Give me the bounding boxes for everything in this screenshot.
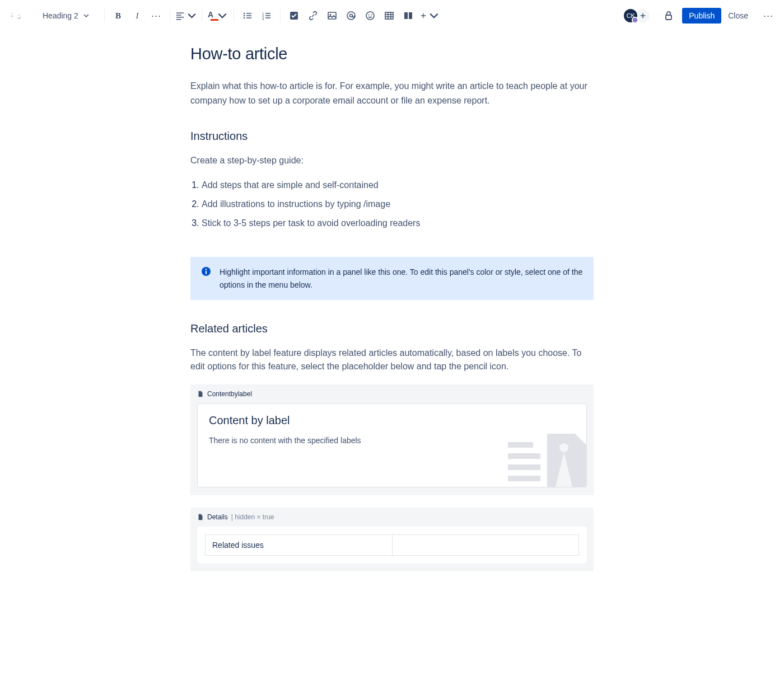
svg-rect-14	[385, 12, 393, 19]
bold-button[interactable]: B	[109, 7, 127, 25]
chevron-down-icon	[186, 10, 197, 21]
instructions-heading: Instructions	[190, 130, 594, 143]
align-left-icon	[175, 10, 185, 21]
macro-placeholder-art	[508, 425, 586, 487]
svg-rect-17	[666, 15, 671, 20]
bullet-list-icon	[242, 10, 253, 21]
user-avatar[interactable]: CK C	[623, 8, 638, 24]
instructions-list: Add steps that are simple and self-conta…	[202, 179, 594, 230]
list-item: Stick to 3-5 steps per task to avoid ove…	[202, 217, 594, 230]
macro-header: Contentbylabel	[197, 390, 587, 398]
table-row: Related issues	[206, 534, 579, 555]
chevron-down-icon	[428, 10, 440, 21]
action-item-button[interactable]	[285, 7, 303, 25]
info-icon	[200, 266, 212, 277]
table-cell-label[interactable]: Related issues	[206, 534, 393, 555]
toolbar-divider	[202, 9, 202, 22]
macro-body: Related issues	[197, 527, 587, 564]
layout-icon	[403, 10, 414, 21]
more-actions-button[interactable]: ···	[759, 7, 777, 25]
emoji-button[interactable]	[361, 7, 379, 25]
svg-rect-20	[206, 271, 207, 274]
toolbar-divider	[104, 9, 105, 22]
text-color-icon: A	[208, 10, 213, 19]
svg-rect-22	[508, 453, 540, 459]
document-icon	[197, 514, 204, 520]
instructions-lead: Create a step-by-step guide:	[190, 154, 594, 167]
text-style-label: Heading 2	[43, 11, 78, 20]
table-cell-value[interactable]	[392, 534, 579, 555]
macro-name: Contentbylabel	[207, 390, 252, 398]
svg-point-1	[244, 15, 245, 17]
numbered-list-icon: 123	[261, 10, 272, 21]
link-icon	[307, 10, 319, 21]
document-icon	[197, 391, 204, 397]
numbered-list-button[interactable]: 123	[258, 7, 276, 25]
svg-point-12	[368, 15, 370, 16]
bold-icon: B	[115, 11, 121, 21]
plus-icon	[639, 12, 647, 20]
svg-rect-23	[508, 464, 540, 470]
avatar-badge: C	[632, 17, 638, 24]
chevron-down-icon	[83, 12, 90, 19]
editor-content[interactable]: How-to article Explain what this how-to …	[179, 31, 605, 617]
align-dropdown[interactable]	[175, 7, 197, 25]
list-item: Add illustrations to instructions by typ…	[202, 198, 594, 211]
svg-point-19	[206, 269, 207, 270]
details-macro[interactable]: Details | hidden = true Related issues	[190, 508, 594, 571]
related-description: The content by label feature displays re…	[190, 346, 594, 373]
at-icon	[346, 10, 357, 21]
text-color-swatch	[211, 19, 218, 21]
confluence-logo	[7, 7, 25, 25]
insert-dropdown[interactable]	[418, 7, 441, 25]
table-icon	[384, 10, 395, 21]
layouts-button[interactable]	[399, 7, 417, 25]
toolbar-divider	[170, 9, 170, 22]
list-item: Add steps that are simple and self-conta…	[202, 179, 594, 192]
macro-header: Details | hidden = true	[197, 513, 587, 521]
svg-point-25	[559, 443, 568, 452]
italic-button[interactable]: I	[128, 7, 146, 25]
content-by-label-macro[interactable]: Contentbylabel Content by label There is…	[190, 384, 594, 495]
toolbar-divider	[234, 9, 234, 22]
svg-rect-16	[409, 12, 412, 19]
macro-body: Content by label There is no content wit…	[197, 403, 587, 487]
mention-button[interactable]	[342, 7, 360, 25]
table-button[interactable]	[380, 7, 398, 25]
svg-point-11	[366, 12, 374, 20]
image-button[interactable]	[323, 7, 341, 25]
more-formatting-button[interactable]: ···	[147, 7, 165, 25]
page-intro: Explain what this how-to article is for.…	[190, 79, 594, 107]
toolbar-divider	[280, 9, 281, 22]
more-horizontal-icon: ···	[763, 10, 773, 22]
close-button[interactable]: Close	[721, 8, 755, 24]
info-panel-text: Highlight important information in a pan…	[220, 266, 584, 291]
svg-rect-7	[328, 12, 336, 19]
svg-point-0	[244, 13, 245, 15]
text-style-dropdown[interactable]: Heading 2	[38, 9, 100, 22]
unlock-icon	[663, 10, 674, 21]
emoji-icon	[365, 10, 376, 21]
chevron-down-icon	[217, 10, 228, 21]
avatar-group: CK C	[623, 8, 651, 24]
bullet-list-button[interactable]	[239, 7, 256, 25]
image-icon	[326, 10, 338, 21]
macro-name: Details	[207, 513, 228, 521]
plus-icon	[419, 10, 427, 21]
svg-point-2	[244, 17, 245, 19]
italic-icon: I	[136, 11, 139, 21]
restrictions-button[interactable]	[660, 7, 678, 25]
page-title: How-to article	[190, 45, 594, 63]
svg-rect-21	[508, 442, 533, 448]
more-horizontal-icon: ···	[151, 10, 161, 22]
publish-button[interactable]: Publish	[682, 8, 721, 24]
svg-text:3: 3	[262, 17, 264, 21]
text-color-dropdown[interactable]: A	[207, 7, 229, 25]
macro-meta: | hidden = true	[231, 513, 274, 521]
svg-point-13	[371, 15, 372, 16]
link-button[interactable]	[304, 7, 322, 25]
info-panel[interactable]: Highlight important information in a pan…	[190, 257, 594, 300]
details-table[interactable]: Related issues	[205, 534, 579, 556]
svg-rect-24	[508, 476, 540, 481]
related-heading: Related articles	[190, 322, 594, 335]
